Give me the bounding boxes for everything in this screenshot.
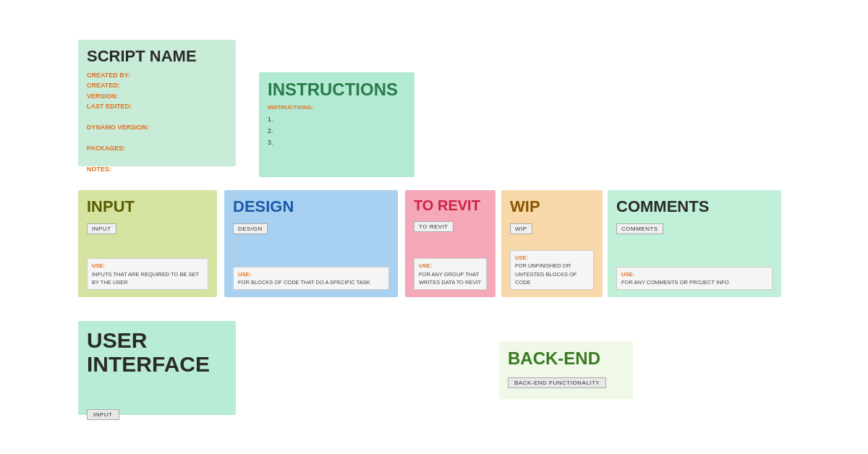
user-interface-tag: INPUT	[87, 409, 119, 420]
backend-card: BACK-END BACK-END FUNCTIONALITY	[499, 341, 633, 399]
packages-label: PACKAGES:	[87, 145, 125, 152]
comments-card: COMMENTS COMMENTS USE: FOR ANY COMMENTS …	[608, 190, 781, 297]
backend-title: BACK-END	[508, 348, 624, 369]
instructions-card: INSTRUCTIONS INSTRUCTIONS: 1. 2. 3.	[259, 72, 414, 177]
torevit-use-box: USE: FOR ANY GROUP THAT WRITES DATA TO R…	[414, 258, 487, 290]
input-use-text: INPUTS THAT ARE REQUIRED TO BE SET BY TH…	[92, 271, 199, 286]
dynamo-version-label: DYNAMO VERSION:	[87, 124, 149, 131]
design-use-label: USE:	[238, 270, 384, 278]
comments-use-box: USE: FOR ANY COMMENTS OR PROJECT INFO	[616, 267, 773, 291]
script-name-meta: CREATED BY: CREATED: VERSION: LAST EDITE…	[87, 70, 227, 174]
input-card: INPUT INPUT USE: INPUTS THAT ARE REQUIRE…	[78, 190, 217, 297]
user-interface-card: USER INTERFACE INPUT	[78, 321, 236, 415]
input-title: INPUT	[87, 197, 208, 216]
instruction-item-3: 3.	[268, 137, 406, 148]
wip-card: WIP WIP USE: FOR UNFINISHED OR UNTESTED …	[501, 190, 603, 297]
torevit-title: TO REVIT	[414, 197, 487, 214]
torevit-use-text: FOR ANY GROUP THAT WRITES DATA TO REVIT	[419, 271, 481, 286]
instructions-list: 1. 2. 3.	[268, 113, 406, 149]
script-name-title: SCRIPT NAME	[87, 47, 227, 66]
wip-title: WIP	[510, 197, 594, 216]
notes-label: NOTES:	[87, 166, 111, 173]
instructions-title: INSTRUCTIONS	[268, 80, 406, 100]
last-edited-label: LAST EDITED:	[87, 103, 132, 110]
design-use-box: USE: FOR BLOCKS OF CODE THAT DO A SPECIF…	[233, 267, 389, 291]
comments-title: COMMENTS	[616, 197, 773, 216]
comments-use-label: USE:	[621, 270, 767, 278]
design-card: DESIGN DESIGN USE: FOR BLOCKS OF CODE TH…	[224, 190, 398, 297]
backend-tag: BACK-END FUNCTIONALITY	[508, 377, 606, 388]
created-label: CREATED:	[87, 82, 120, 89]
design-use-text: FOR BLOCKS OF CODE THAT DO A SPECIFIC TA…	[238, 279, 370, 286]
design-title: DESIGN	[233, 197, 389, 216]
version-label: VERSION:	[87, 93, 119, 100]
wip-use-text: FOR UNFINISHED OR UNTESTED BLOCKS OF COD…	[515, 262, 576, 286]
user-interface-title: USER INTERFACE	[87, 328, 227, 376]
input-use-box: USE: INPUTS THAT ARE REQUIRED TO BE SET …	[87, 258, 208, 290]
input-tag: INPUT	[87, 223, 116, 234]
script-name-card: SCRIPT NAME CREATED BY: CREATED: VERSION…	[78, 40, 236, 166]
wip-tag: WIP	[510, 223, 532, 234]
comments-tag: COMMENTS	[616, 223, 663, 234]
torevit-use-label: USE:	[419, 262, 482, 270]
input-use-label: USE:	[92, 262, 203, 270]
wip-use-label: USE:	[515, 254, 589, 262]
instruction-item-1: 1.	[268, 113, 406, 125]
instructions-label: INSTRUCTIONS:	[268, 104, 406, 111]
wip-use-box: USE: FOR UNFINISHED OR UNTESTED BLOCKS O…	[510, 250, 594, 290]
torevit-card: TO REVIT TO REVIT USE: FOR ANY GROUP THA…	[405, 190, 495, 297]
design-tag: DESIGN	[233, 223, 268, 234]
comments-use-text: FOR ANY COMMENTS OR PROJECT INFO	[621, 279, 729, 286]
torevit-tag: TO REVIT	[414, 221, 454, 232]
instruction-item-2: 2.	[268, 125, 406, 137]
created-by-label: CREATED BY:	[87, 72, 130, 79]
